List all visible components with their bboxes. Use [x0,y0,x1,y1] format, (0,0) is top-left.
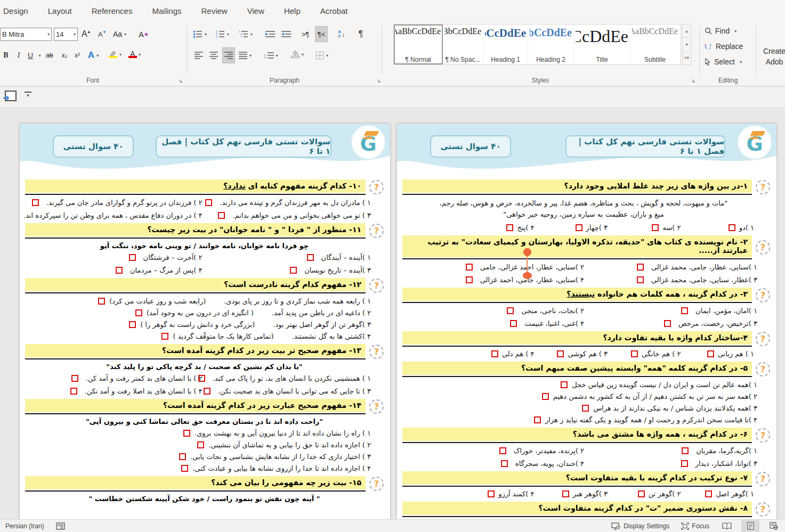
line-spacing-button[interactable]: ↕ ▾ [263,49,278,62]
answer-checkbox[interactable] [218,212,225,219]
answer-checkbox[interactable] [181,465,188,472]
answer-checkbox[interactable] [307,254,314,261]
align-left-button[interactable] [193,49,205,62]
answer-checkbox[interactable] [290,267,297,274]
highlight-color-button[interactable]: ▾ [109,48,122,61]
tab-acrobat[interactable]: Acrobat [320,6,348,15]
tab-help[interactable]: Help [284,6,301,15]
text-effects-button[interactable]: A▾ [87,49,99,62]
answer-checkbox[interactable] [664,320,671,327]
sort-button[interactable]: AZ↓ [336,28,347,40]
styles-dialog-launcher[interactable]: ↘ [691,78,695,84]
rtl-direction-button[interactable]: ¶< [315,27,327,42]
answer-checkbox[interactable] [499,447,506,454]
font-color-button[interactable]: A ▾ [129,48,141,61]
tab-design[interactable]: Design [3,6,28,15]
answer-checkbox[interactable] [183,430,190,437]
selection-pin-icon[interactable] [523,248,531,256]
underline-dropdown[interactable]: ▾ [33,49,45,62]
answer-checkbox[interactable] [638,490,645,497]
answer-checkbox[interactable] [98,298,105,305]
style-subtitle[interactable]: AaBbCcDdEe Subtitle [630,24,679,64]
answer-checkbox[interactable] [488,490,495,497]
styles-scroll-down[interactable]: ▾ [683,38,691,51]
font-dialog-launcher[interactable]: ↘ [178,78,182,84]
superscript-button[interactable]: x² [71,49,83,62]
font-name-combo[interactable]: B Mitra▾ [0,28,52,41]
italic-button[interactable]: I [13,49,25,62]
answer-checkbox[interactable] [506,224,513,231]
answer-checkbox[interactable] [129,254,136,261]
answer-checkbox[interactable] [652,224,659,231]
answer-checkbox[interactable] [204,388,211,395]
subscript-button[interactable]: x₂ [59,49,70,62]
create-adobe-pdf-button[interactable]: Create Adob [758,46,785,68]
focus-button[interactable]: Focus [678,520,713,532]
answer-checkbox[interactable] [197,441,204,448]
grow-font-button[interactable]: A▴ [80,28,92,40]
shrink-font-button[interactable]: A▾ [96,28,108,40]
answer-checkbox[interactable] [205,199,212,206]
decrease-indent-button[interactable] [264,28,276,40]
answer-checkbox[interactable] [116,267,123,274]
multilevel-list-button[interactable]: 1ai▾ [239,28,253,40]
answer-checkbox[interactable] [135,309,142,316]
answer-checkbox[interactable] [681,460,688,467]
answer-checkbox[interactable] [179,453,186,460]
selection-pin-icon[interactable] [523,272,532,279]
style-heading-1[interactable]: AaBbCcDdEe Heading 1 [483,24,528,64]
answer-checkbox[interactable] [542,393,549,400]
clear-formatting-button[interactable]: A◆ [137,28,149,40]
tab-mailings[interactable]: Mailings [152,6,181,15]
web-layout-button[interactable] [765,520,783,532]
answer-checkbox[interactable] [582,405,589,412]
answer-checkbox[interactable] [682,447,689,454]
answer-checkbox[interactable] [507,307,514,314]
answer-checkbox[interactable] [510,320,517,327]
tab-review[interactable]: Review [201,6,228,15]
answer-checkbox[interactable] [466,276,473,283]
ltr-direction-button[interactable]: >¶ [300,28,311,40]
document-page-left[interactable]: ۴۰ سوال تستی سوالات تستی فارسی نهم کل کت… [20,124,390,519]
styles-more-button[interactable]: ≡▾ [683,52,691,64]
answer-checkbox[interactable] [705,490,712,497]
answer-checkbox[interactable] [557,350,564,357]
change-case-button[interactable]: Aa▾ [113,28,126,40]
style-normal[interactable]: AaBbCcDdEe ¶ Normal [394,24,443,64]
answer-checkbox[interactable] [681,307,688,314]
answer-checkbox[interactable] [561,381,568,388]
show-marks-button[interactable]: ¶ [355,28,367,40]
document-page-right[interactable]: ۴۰ سوال تستی سوالات تستی فارسی نهم کل کت… [397,124,776,519]
font-size-combo[interactable]: 14▾ [54,28,78,41]
answer-checkbox[interactable] [161,333,168,340]
paragraph-dialog-launcher[interactable]: ↘ [376,78,381,84]
options-chevron-icon[interactable]: ▾ [25,92,31,98]
tab-references[interactable]: References [92,6,133,15]
keyboard-language-icon[interactable] [56,522,65,530]
replace-button[interactable]: bc Replace [705,42,743,51]
read-mode-button[interactable] [718,520,736,532]
language-status[interactable]: Persian (Iran) [5,522,44,530]
answer-checkbox[interactable] [576,224,582,231]
answer-checkbox[interactable] [637,264,644,271]
shading-button[interactable]: ▾ [291,48,304,61]
styles-scroll-up[interactable]: ▴ [683,24,691,38]
answer-checkbox[interactable] [32,199,39,206]
answer-checkbox[interactable] [70,388,77,395]
bullets-button[interactable]: ▾ [193,28,207,40]
align-center-button[interactable] [208,49,220,62]
tab-layout[interactable]: Layout [48,6,72,15]
answer-checkbox[interactable] [707,350,714,357]
answer-checkbox[interactable] [729,224,735,231]
paste-options-icon[interactable] [5,91,17,101]
strikethrough-button[interactable]: ab [44,49,55,62]
print-layout-button[interactable] [741,520,759,532]
align-right-button[interactable] [223,48,234,63]
tab-view[interactable]: View [247,6,264,15]
style-title[interactable]: AaBbCcDdEe Title [574,24,630,64]
answer-checkbox[interactable] [466,264,473,271]
borders-button[interactable]: ▾ [315,49,328,62]
select-button[interactable]: Select▾ [705,58,742,66]
answer-checkbox[interactable] [129,321,136,328]
answer-checkbox[interactable] [637,276,644,283]
